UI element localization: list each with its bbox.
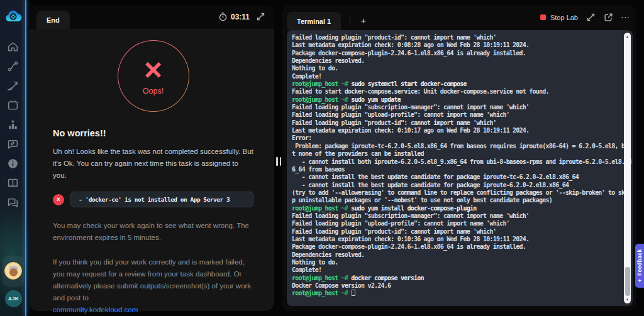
terminal-command-line: root@jump_host ~# docker compose version	[292, 275, 620, 282]
error-row: × - 'docker-ce' is not installed on App …	[53, 192, 253, 207]
terminal-output-line: Last metadata expiration check: 0:08:28 …	[292, 41, 620, 49]
terminal-screen[interactable]: Failed loading plugin "product-id": cann…	[287, 30, 633, 306]
terminal-output-line: Docker Compose version v2.24.6	[292, 282, 620, 290]
terminal-output-line: Error:	[292, 134, 620, 142]
terminal-output-line: t none of the providers can be installed	[292, 150, 620, 158]
terminal-output: Failed loading plugin "product-id": cann…	[292, 34, 620, 298]
terminal-output-line: Failed to start docker-compose.service: …	[292, 88, 620, 95]
prompt-user: root@jump_host	[292, 80, 338, 87]
terminal-scrollbar: ▲ ▼	[624, 33, 631, 303]
user-avatar[interactable]	[4, 262, 22, 280]
open-external-icon[interactable]	[604, 13, 613, 22]
scrollbar-thumb[interactable]	[625, 267, 630, 296]
terminal-output-line: Failed loading plugin "subscription-mana…	[292, 212, 620, 220]
community-link[interactable]: community.kodekloud.com	[53, 304, 253, 316]
learning-path-icon[interactable]	[6, 60, 19, 73]
terminal-command-line: root@jump_host ~# sudo yum update	[292, 96, 620, 104]
terminal-prompt-line: root@jump_host ~#	[292, 290, 620, 297]
terminal-output-line: Failed loading plugin "subscription-mana…	[292, 104, 620, 111]
app-window: AJK End 03:11	[0, 0, 644, 316]
result-heading: No worries!!	[53, 128, 253, 138]
terminal-output-line: Complete!	[292, 266, 620, 274]
lab-timer: 03:11	[218, 12, 250, 21]
terminal-output-line: Failed loading plugin "upload-profile": …	[292, 111, 620, 119]
terminal-output-line: Failed loading plugin "product-id": cann…	[292, 119, 620, 127]
info-icon[interactable]	[6, 157, 19, 170]
expand-panel-icon[interactable]	[256, 12, 265, 21]
sidebar: AJK	[0, 0, 26, 316]
terminal-output-line: Problem: package iproute-tc-6.2.0-5.el8.…	[292, 143, 620, 150]
oops-circle: × Oops!	[118, 40, 189, 112]
terminal-output-line: Package docker-compose-plugin-2.24.6-1.e…	[292, 50, 620, 57]
terminal-output-line: - cannot install the best update candida…	[292, 182, 620, 189]
result-paragraph-2: You may check your work again to see wha…	[53, 220, 253, 244]
progress-icon[interactable]	[6, 79, 19, 92]
sparkle-icon: ✦	[637, 278, 642, 283]
result-paragraph-3: If you think you did your work correctly…	[53, 256, 253, 316]
terminal-output-line: - cannot install the best update candida…	[292, 173, 620, 181]
kodekloud-logo-icon[interactable]	[4, 8, 22, 25]
terminal-output-line: Dependencies resolved.	[292, 57, 620, 65]
avatar-face	[9, 268, 18, 276]
terminal-output-line: Last metadata expiration check: 0:10:36 …	[292, 236, 620, 243]
schedule-icon[interactable]	[6, 99, 19, 112]
terminal-output-line: Complete!	[292, 73, 620, 80]
terminal-output-line: (try to add '--allowerasing' to command …	[292, 189, 620, 197]
terminal-cursor	[352, 290, 355, 296]
prompt-user: root@jump_host	[292, 96, 338, 103]
task-panel-header: End 03:11	[29, 5, 274, 29]
command-text: sudo yum update	[351, 96, 401, 103]
tab-end[interactable]: End	[36, 11, 70, 29]
leaderboard-icon[interactable]	[6, 118, 19, 131]
prompt-symbol: ~#	[338, 290, 351, 297]
terminal-output-line: Failed loading plugin "product-id": cann…	[292, 228, 620, 236]
more-options-button[interactable]: ···	[621, 14, 630, 21]
terminal-output-line: Failed loading plugin "upload-profile": …	[292, 220, 620, 227]
failure-x-icon: ×	[144, 57, 162, 82]
stopwatch-icon	[218, 12, 228, 21]
stop-square-icon	[540, 14, 546, 20]
error-message: - 'docker-ce' is not installed on App Se…	[70, 192, 253, 207]
expand-terminal-icon[interactable]	[586, 13, 596, 22]
home-icon[interactable]	[6, 40, 19, 53]
prompt-symbol: ~#	[338, 80, 351, 87]
sidebar-nav	[0, 40, 25, 209]
terminal-panel: Terminal 1 + Stop Lab	[282, 5, 636, 311]
prompt-user: root@jump_host	[292, 290, 338, 297]
error-x-icon: ×	[53, 194, 64, 205]
command-text: docker compose version	[351, 275, 423, 281]
new-terminal-tab-button[interactable]: +	[357, 14, 370, 26]
stop-lab-button[interactable]: Stop Lab	[540, 14, 578, 21]
prompt-symbol: ~#	[338, 96, 351, 103]
terminal-output-line: Nothing to do.	[292, 259, 620, 266]
stop-lab-label: Stop Lab	[550, 14, 578, 21]
terminal-output-line: Nothing to do.	[292, 65, 620, 72]
prompt-symbol: ~#	[338, 275, 351, 281]
scroll-down-arrow[interactable]: ▼	[624, 297, 631, 303]
scroll-up-arrow[interactable]: ▲	[624, 33, 631, 40]
terminal-output-line: Last metadata expiration check: 0:10:17 …	[292, 127, 620, 134]
terminal-output-line: - cannot install both iproute-6.2.0-5.el…	[292, 158, 620, 166]
community-icon[interactable]	[6, 196, 19, 209]
result-paragraph-1: Uh oh! Looks like the task was not compl…	[53, 146, 253, 182]
prompt-user: root@jump_host	[292, 275, 338, 281]
terminal-command-line: root@jump_host ~# sudo systemctl start d…	[292, 80, 620, 88]
avatar-container	[3, 256, 24, 287]
terminal-panel-header: Terminal 1 + Stop Lab	[282, 5, 636, 30]
tab-terminal-1[interactable]: Terminal 1	[287, 12, 341, 30]
tab-separator	[350, 16, 350, 25]
notes-icon[interactable]	[6, 138, 19, 151]
command-text: sudo systemctl start docker-compose	[351, 80, 466, 87]
task-result-content: × Oops! No worries!! Uh oh! Looks like t…	[29, 29, 274, 316]
courses-icon[interactable]	[6, 177, 19, 190]
task-result-panel: End 03:11 ×	[29, 5, 274, 311]
result-paragraph-3-text: If you think you did your work correctly…	[53, 258, 251, 302]
terminal-output-line: Package docker-compose-plugin-2.24.6-1.e…	[292, 243, 620, 251]
timer-value: 03:11	[231, 13, 250, 21]
feedback-label: Feedback	[636, 249, 643, 275]
user-initials-badge[interactable]: AJK	[5, 290, 22, 307]
prompt-symbol: ~#	[338, 205, 351, 212]
prompt-user: root@jump_host	[292, 205, 338, 212]
feedback-tab[interactable]: ✦ Feedback	[635, 244, 644, 288]
terminal-output-line: Failed loading plugin "product-id": cann…	[292, 34, 620, 41]
